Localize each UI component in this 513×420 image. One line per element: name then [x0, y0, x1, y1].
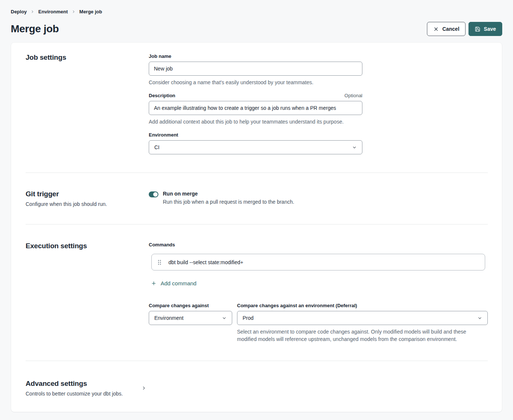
breadcrumb: Deploy Environment Merge job [11, 9, 502, 14]
command-row[interactable]: dbt build --select state:modified+ [151, 254, 485, 270]
commands-label: Commands [149, 242, 488, 247]
git-trigger-subtext: Configure when this job should run. [26, 201, 149, 207]
environment-select-value: CI [154, 144, 160, 150]
run-on-merge-description: Run this job when a pull request is merg… [163, 199, 294, 205]
chevron-down-icon [222, 316, 227, 321]
compare-against-field-group: Compare changes against Environment [149, 303, 232, 325]
run-on-merge-toggle[interactable] [149, 191, 158, 197]
drag-handle-icon[interactable] [158, 260, 161, 265]
page-title: Merge job [11, 23, 59, 35]
command-input[interactable]: dbt build --select state:modified+ [168, 259, 243, 265]
compare-against-select-value: Environment [154, 315, 184, 321]
cancel-button[interactable]: Cancel [427, 22, 466, 36]
execution-settings-heading: Execution settings [26, 242, 149, 250]
section-execution-settings: Execution settings Commands dbt build --… [11, 224, 502, 361]
environment-select[interactable]: CI [149, 140, 362, 154]
deferral-select[interactable]: Prod [237, 311, 488, 325]
deferral-field-group: Compare changes against an environment (… [237, 303, 488, 325]
job-name-helper: Consider choosing a name that's easily u… [149, 79, 362, 86]
header-actions: Cancel Save [427, 22, 502, 36]
deferral-label: Compare changes against an environment (… [237, 303, 357, 308]
toggle-knob [153, 192, 158, 197]
breadcrumb-separator-icon [72, 10, 76, 14]
description-optional-badge: Optional [345, 93, 362, 98]
chevron-down-icon [477, 316, 482, 321]
job-settings-heading: Job settings [26, 53, 149, 62]
advanced-settings-subtext: Controls to better customize your dbt jo… [26, 391, 141, 397]
section-git-trigger: Git trigger Configure when this job shou… [11, 173, 502, 224]
description-label: Description [149, 93, 175, 98]
chevron-right-icon[interactable] [141, 385, 147, 397]
section-advanced-settings: Advanced settings Controls to better cus… [11, 361, 502, 412]
chevron-down-icon [352, 145, 357, 150]
advanced-settings-heading: Advanced settings [26, 380, 141, 388]
git-trigger-heading: Git trigger [26, 190, 149, 198]
save-button[interactable]: Save [468, 22, 502, 36]
breadcrumb-separator-icon [30, 10, 34, 14]
description-helper: Add additional context about this job to… [149, 118, 362, 125]
deferral-helper: Select an environment to compare code ch… [237, 328, 476, 343]
close-icon [433, 26, 439, 32]
plus-icon [151, 280, 157, 286]
description-input[interactable] [149, 101, 362, 115]
environment-field-group: Environment CI [149, 132, 362, 154]
breadcrumb-environment[interactable]: Environment [38, 9, 68, 14]
breadcrumb-merge-job: Merge job [79, 9, 102, 14]
deferral-select-value: Prod [243, 315, 254, 321]
job-name-input[interactable] [149, 62, 362, 76]
job-name-label: Job name [149, 53, 171, 59]
run-on-merge-label: Run on merge [163, 191, 294, 197]
breadcrumb-deploy[interactable]: Deploy [11, 9, 27, 14]
job-settings-card: Job settings Job name Consider choosing … [11, 43, 502, 412]
environment-label: Environment [149, 132, 178, 138]
compare-against-select[interactable]: Environment [149, 311, 232, 325]
compare-against-label: Compare changes against [149, 303, 209, 308]
cancel-button-label: Cancel [442, 26, 459, 32]
section-job-settings: Job settings Job name Consider choosing … [11, 43, 502, 173]
description-field-group: Description Optional Add additional cont… [149, 93, 362, 125]
add-command-button[interactable]: Add command [151, 280, 197, 286]
save-icon [475, 26, 480, 32]
job-name-field-group: Job name Consider choosing a name that's… [149, 53, 362, 86]
page-header: Deploy Environment Merge job Merge job C… [0, 0, 513, 36]
save-button-label: Save [484, 26, 496, 32]
add-command-label: Add command [161, 280, 197, 286]
